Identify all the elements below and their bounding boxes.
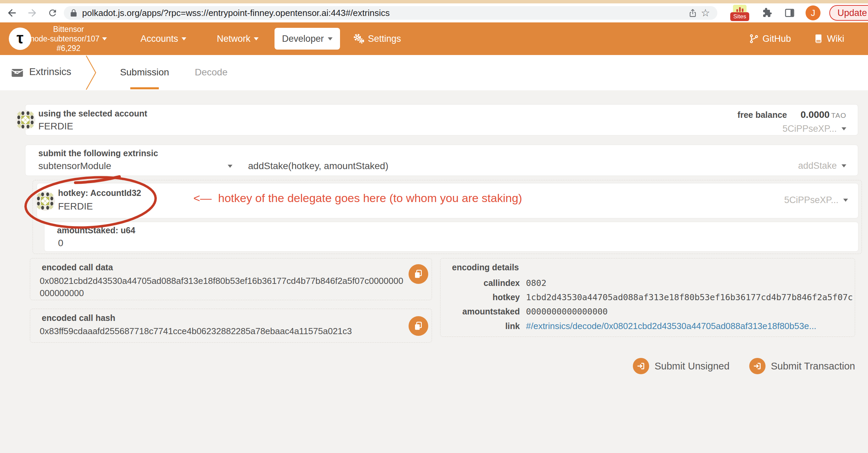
chain-name: Bittensor bbox=[35, 24, 102, 34]
chevron-down-icon bbox=[842, 127, 846, 130]
chevron-down-icon bbox=[842, 164, 846, 167]
free-balance-value: 0.0000 bbox=[800, 109, 830, 120]
share-button[interactable] bbox=[686, 6, 699, 19]
encoded-call-data-card: encoded call data 0x08021cbd2d43530a4470… bbox=[30, 258, 432, 300]
submit-transaction-button[interactable]: Submit Transaction bbox=[749, 358, 855, 374]
annotation-text: <— hotkey of the delegate goes here (to … bbox=[193, 192, 522, 205]
account-name: FERDIE bbox=[38, 121, 73, 132]
extrinsic-field-label: submit the following extrinsic bbox=[38, 148, 158, 158]
bookmark-button[interactable]: ☆ bbox=[699, 6, 712, 19]
copy-icon bbox=[413, 269, 423, 279]
encoding-row-amountstaked: amountstaked 0000000000000000 bbox=[445, 307, 848, 316]
forward-icon bbox=[26, 7, 38, 19]
side-panel-icon bbox=[784, 7, 795, 18]
hotkey-address-dropdown[interactable]: 5CiPPseXP... bbox=[784, 195, 848, 205]
hotkey-identicon bbox=[35, 191, 55, 213]
tab-divider bbox=[86, 55, 98, 92]
profile-avatar[interactable]: J bbox=[806, 5, 820, 20]
encoded-call-data-label: encoded call data bbox=[42, 262, 113, 272]
app-header: τ Bittensor node-subtensor/107 #6,292 Ac… bbox=[0, 22, 868, 55]
extrinsics-icon bbox=[10, 66, 24, 80]
amount-param-input[interactable]: 0 bbox=[58, 238, 63, 249]
chevron-down-icon bbox=[328, 37, 333, 40]
tab-decode[interactable]: Decode bbox=[195, 67, 225, 78]
submit-transaction-label: Submit Transaction bbox=[771, 361, 855, 372]
back-button[interactable] bbox=[5, 6, 18, 19]
url-text: polkadot.js.org/apps/?rpc=wss://entrypoi… bbox=[82, 8, 686, 18]
bittensor-logo: τ bbox=[9, 28, 31, 50]
account-address-dropdown[interactable]: 5CiPPseXP... bbox=[737, 124, 846, 134]
address-bar[interactable]: polkadot.js.org/apps/?rpc=wss://entrypoi… bbox=[64, 6, 717, 20]
git-branch-icon bbox=[749, 34, 759, 44]
copy-call-data-button[interactable] bbox=[409, 264, 428, 284]
encoding-value: 0000000000000000 bbox=[526, 307, 608, 316]
wiki-link[interactable]: Wiki bbox=[813, 34, 844, 44]
selected-account-card: using the selected account FERDIE free b… bbox=[25, 104, 858, 135]
node-name: node-subtensor/107 bbox=[30, 34, 100, 43]
chevron-down-icon bbox=[102, 37, 107, 40]
free-balance-unit: TAO bbox=[831, 111, 846, 119]
decode-link[interactable]: #/extrinsics/decode/0x08021cbd2d43530a44… bbox=[526, 321, 816, 331]
nav-settings-label: Settings bbox=[368, 34, 401, 44]
encoding-details-card: encoding details callindex 0802 hotkey 1… bbox=[440, 258, 855, 337]
encoding-key: amountstaked bbox=[445, 307, 520, 316]
module-dropdown[interactable]: subtensorModule bbox=[38, 161, 235, 171]
account-address-short: 5CiPPseXP... bbox=[782, 124, 837, 134]
back-icon bbox=[6, 7, 18, 19]
amount-param-label: amountStaked: u64 bbox=[57, 225, 135, 235]
hotkey-param-label: hotkey: AccountId32 bbox=[58, 188, 141, 198]
puzzle-icon bbox=[762, 7, 773, 18]
chevron-down-icon bbox=[228, 165, 232, 168]
update-label: Update bbox=[837, 8, 867, 18]
account-field-label: using the selected account bbox=[38, 109, 147, 119]
hotkey-param-value: FERDIE bbox=[58, 201, 93, 212]
params-container: hotkey: AccountId32 FERDIE 5CiPPseXP... … bbox=[33, 180, 862, 254]
method-dropdown[interactable]: addStake bbox=[798, 161, 846, 171]
refresh-button[interactable] bbox=[46, 6, 59, 19]
encoding-key: callindex bbox=[445, 278, 520, 288]
encoding-details-label: encoding details bbox=[452, 262, 519, 272]
module-selected: subtensorModule bbox=[38, 161, 222, 171]
encoding-row-hotkey: hotkey 1cbd2d43530a44705ad088af313e18f80… bbox=[445, 292, 848, 302]
nav-accounts[interactable]: Accounts bbox=[140, 34, 186, 44]
chain-selector[interactable]: Bittensor node-subtensor/107 #6,292 bbox=[35, 24, 102, 53]
encoding-row-callindex: callindex 0802 bbox=[445, 278, 848, 288]
hotkey-address-short: 5CiPPseXP... bbox=[784, 195, 838, 205]
method-signature[interactable]: addStake(hotkey, amountStaked) bbox=[248, 161, 389, 171]
encoding-row-link: link #/extrinsics/decode/0x08021cbd2d435… bbox=[445, 321, 848, 331]
book-icon bbox=[813, 34, 824, 44]
browser-toolbar: polkadot.js.org/apps/?rpc=wss://entrypoi… bbox=[0, 3, 868, 22]
wiki-label: Wiki bbox=[827, 34, 844, 44]
nav-accounts-label: Accounts bbox=[140, 34, 178, 44]
nav-developer-label: Developer bbox=[282, 34, 324, 44]
nav-settings[interactable]: Settings bbox=[353, 33, 401, 44]
forward-button[interactable] bbox=[26, 6, 39, 19]
submit-actions: Submit Unsigned Submit Transaction bbox=[633, 358, 855, 374]
nav-network[interactable]: Network bbox=[217, 34, 259, 44]
chevron-down-icon bbox=[843, 199, 848, 202]
sites-extension-button[interactable]: Sites bbox=[730, 5, 749, 21]
refresh-icon bbox=[48, 8, 58, 18]
github-link[interactable]: GitHub bbox=[749, 34, 791, 44]
update-button[interactable]: Update bbox=[829, 5, 868, 21]
chevron-down-icon bbox=[182, 37, 186, 40]
submit-unsigned-button[interactable]: Submit Unsigned bbox=[633, 358, 730, 374]
encoded-call-hash-label: encoded call hash bbox=[42, 313, 115, 323]
tab-submission[interactable]: Submission bbox=[119, 67, 170, 78]
nav-network-label: Network bbox=[217, 34, 250, 44]
account-identicon bbox=[15, 110, 36, 131]
side-panel-button[interactable] bbox=[783, 6, 796, 19]
nav-developer[interactable]: Developer bbox=[275, 28, 340, 50]
tau-icon: τ bbox=[17, 30, 24, 46]
share-icon bbox=[688, 8, 697, 18]
page-title: Extrinsics bbox=[29, 66, 71, 77]
encoded-call-data-value: 0x08021cbd2d43530a44705ad088af313e18f80b… bbox=[40, 275, 408, 299]
copy-call-hash-button[interactable] bbox=[409, 316, 428, 336]
encoding-key: hotkey bbox=[445, 292, 520, 302]
free-balance-label: free balance bbox=[737, 110, 787, 120]
extensions-button[interactable] bbox=[761, 6, 774, 19]
sign-in-icon bbox=[633, 358, 649, 374]
sign-in-icon bbox=[749, 358, 766, 374]
method-selected-short: addStake bbox=[798, 161, 837, 171]
gears-icon bbox=[353, 33, 364, 44]
